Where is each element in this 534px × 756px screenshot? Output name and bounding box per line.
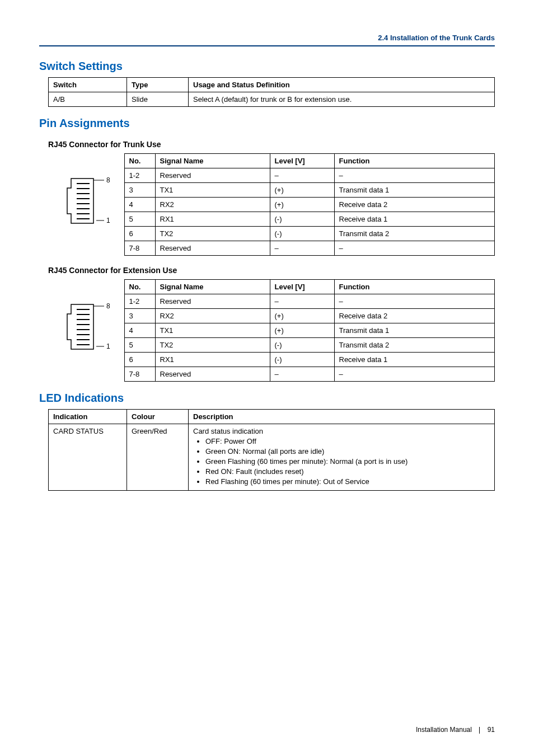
pin-label-top: 8 (106, 302, 110, 310)
cell-fun: Transmit data 2 (334, 338, 495, 353)
col-type: Type (127, 78, 189, 92)
rj45-connector-icon: 8 1 (63, 170, 119, 237)
trunk-pin-table: 8 1 No. Signal Name Level [V] Function 1… (57, 153, 495, 256)
cell-no: 6 (124, 353, 155, 367)
cell-lvl: (-) (270, 353, 334, 367)
cell-no: 7-8 (124, 367, 155, 382)
footer-separator (479, 727, 480, 734)
col-function: Function (334, 280, 495, 294)
cell-description: Card status indication OFF: Power Off Gr… (189, 424, 495, 491)
switch-settings-title: Switch Settings (39, 60, 495, 73)
cell-lvl: (-) (270, 227, 334, 241)
cell-no: 4 (124, 323, 155, 338)
cell-no: 5 (124, 212, 155, 227)
list-item: Red Flashing (60 times per minute): Out … (205, 477, 490, 486)
cell-no: 6 (124, 227, 155, 241)
col-signal: Signal Name (155, 154, 270, 168)
cell-sig: RX1 (155, 212, 270, 227)
cell-no: 7-8 (124, 241, 155, 256)
extension-connector-title: RJ45 Connector for Extension Use (48, 266, 495, 275)
cell-fun: Receive data 2 (334, 198, 495, 212)
col-colour: Colour (127, 410, 189, 424)
led-indications-table: Indication Colour Description CARD STATU… (48, 409, 495, 491)
cell-no: 5 (124, 338, 155, 353)
pin-assignments-title: Pin Assignments (39, 117, 495, 130)
cell-lvl: – (270, 168, 334, 183)
rj45-connector-icon: 8 1 (63, 296, 119, 363)
col-level: Level [V] (270, 154, 334, 168)
col-level: Level [V] (270, 280, 334, 294)
col-no: No. (124, 280, 155, 294)
cell-lvl: – (270, 294, 334, 309)
col-description: Description (189, 410, 495, 424)
cell-no: 4 (124, 198, 155, 212)
cell-sig: TX2 (155, 227, 270, 241)
table-header-row: 8 1 No. Signal Name Level [V] Function (57, 154, 495, 168)
table-header-row: Indication Colour Description (49, 410, 495, 424)
cell-sig: TX1 (155, 183, 270, 198)
cell-lvl: – (270, 367, 334, 382)
desc-list: OFF: Power Off Green ON: Normal (all por… (193, 437, 490, 486)
col-usage: Usage and Status Definition (189, 78, 495, 92)
cell-no: 1-2 (124, 294, 155, 309)
extension-pin-table: 8 1 No. Signal Name Level [V] Function 1… (57, 279, 495, 382)
cell-fun: Transmit data 1 (334, 323, 495, 338)
cell-sig: TX2 (155, 338, 270, 353)
cell-lvl: (+) (270, 183, 334, 198)
cell-type: Slide (127, 92, 189, 107)
col-function: Function (334, 154, 495, 168)
page-footer: Installation Manual 91 (416, 726, 495, 734)
col-no: No. (124, 154, 155, 168)
table-row: A/B Slide Select A (default) for trunk o… (49, 92, 495, 107)
footer-page-number: 91 (488, 726, 495, 734)
cell-fun: Transmit data 1 (334, 183, 495, 198)
cell-fun: Receive data 2 (334, 309, 495, 323)
col-signal: Signal Name (155, 280, 270, 294)
cell-sig: Reserved (155, 367, 270, 382)
table-header-row: 8 1 No. Signal Name Level [V] Function (57, 280, 495, 294)
cell-fun: – (334, 294, 495, 309)
switch-settings-table: Switch Type Usage and Status Definition … (48, 77, 495, 107)
table-row: CARD STATUS Green/Red Card status indica… (49, 424, 495, 491)
cell-usage: Select A (default) for trunk or B for ex… (189, 92, 495, 107)
cell-sig: Reserved (155, 168, 270, 183)
rj45-diagram-cell: 8 1 (57, 280, 124, 382)
list-item: Red ON: Fault (includes reset) (205, 467, 490, 476)
cell-lvl: (-) (270, 338, 334, 353)
cell-sig: Reserved (155, 241, 270, 256)
list-item: Green ON: Normal (all ports are idle) (205, 447, 490, 456)
cell-switch: A/B (49, 92, 127, 107)
pin-label-bottom: 1 (106, 342, 110, 350)
list-item: Green Flashing (60 times per minute): No… (205, 457, 490, 466)
cell-lvl: (+) (270, 198, 334, 212)
cell-lvl: (+) (270, 323, 334, 338)
cell-colour: Green/Red (127, 424, 189, 491)
page-header: 2.4 Installation of the Trunk Cards (39, 34, 495, 46)
cell-sig: RX1 (155, 353, 270, 367)
led-indications-title: LED Indications (39, 392, 495, 405)
rj45-diagram-cell: 8 1 (57, 154, 124, 256)
cell-sig: Reserved (155, 294, 270, 309)
trunk-connector-title: RJ45 Connector for Trunk Use (48, 140, 495, 149)
cell-fun: Receive data 1 (334, 212, 495, 227)
cell-lvl: (+) (270, 309, 334, 323)
cell-lvl: (-) (270, 212, 334, 227)
cell-fun: Receive data 1 (334, 353, 495, 367)
cell-fun: – (334, 367, 495, 382)
cell-sig: TX1 (155, 323, 270, 338)
col-indication: Indication (49, 410, 127, 424)
cell-no: 3 (124, 309, 155, 323)
cell-fun: Transmit data 2 (334, 227, 495, 241)
col-switch: Switch (49, 78, 127, 92)
cell-sig: RX2 (155, 198, 270, 212)
desc-lead: Card status indication (193, 427, 263, 435)
pin-label-top: 8 (106, 176, 110, 184)
cell-sig: RX2 (155, 309, 270, 323)
footer-doc-title: Installation Manual (416, 726, 472, 734)
table-header-row: Switch Type Usage and Status Definition (49, 78, 495, 92)
list-item: OFF: Power Off (205, 437, 490, 445)
pin-label-bottom: 1 (106, 217, 110, 224)
cell-lvl: – (270, 241, 334, 256)
cell-indication: CARD STATUS (49, 424, 127, 491)
section-ref: 2.4 Installation of the Trunk Cards (378, 34, 495, 42)
